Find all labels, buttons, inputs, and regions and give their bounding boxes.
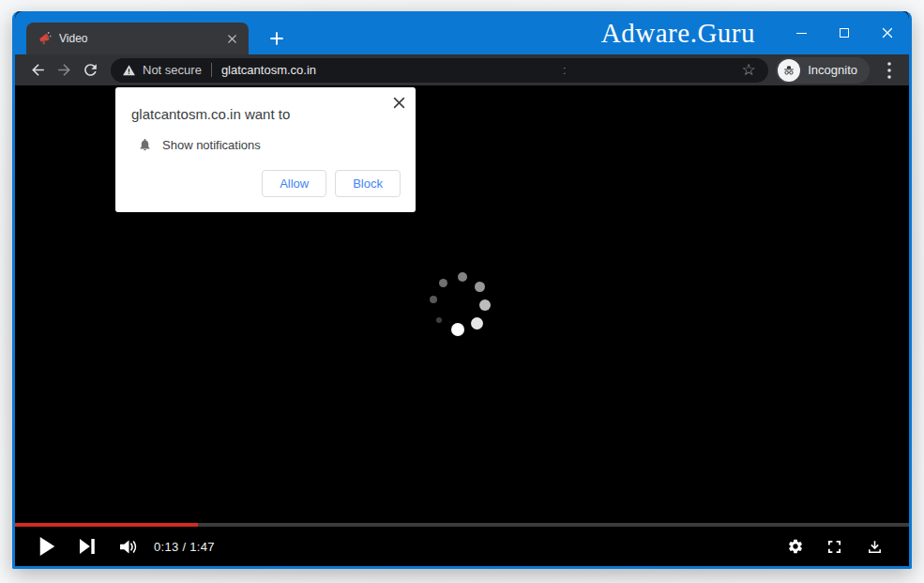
window-controls bbox=[780, 11, 909, 54]
incognito-label: Incognito bbox=[808, 63, 857, 77]
spinner-dot bbox=[471, 317, 483, 330]
notification-permission-dialog: glatcantosm.co.in want to Show notificat… bbox=[115, 87, 416, 212]
browser-menu-button[interactable] bbox=[877, 58, 901, 83]
back-icon bbox=[29, 61, 47, 79]
permission-label: Show notifications bbox=[162, 138, 261, 152]
time-display: 0:13 / 1:47 bbox=[154, 540, 215, 554]
warning-icon bbox=[122, 64, 136, 77]
bell-icon bbox=[138, 137, 152, 152]
settings-button[interactable] bbox=[787, 538, 804, 555]
close-icon bbox=[393, 97, 405, 109]
spinner-dot bbox=[458, 272, 467, 282]
spinner-dot bbox=[430, 296, 437, 303]
download-icon bbox=[867, 539, 883, 555]
allow-button[interactable]: Allow bbox=[262, 170, 326, 197]
incognito-badge: Incognito bbox=[776, 57, 870, 84]
tab-video[interactable]: Video bbox=[26, 23, 249, 54]
reload-button[interactable] bbox=[77, 57, 103, 84]
download-button[interactable] bbox=[867, 539, 883, 555]
settings-gear-icon bbox=[787, 538, 804, 555]
back-button[interactable] bbox=[24, 57, 51, 84]
bookmark-star-button[interactable]: ☆ bbox=[738, 60, 759, 81]
browser-toolbar: Not secure glatcantosm.co.in : ☆ Incogni… bbox=[15, 54, 909, 85]
address-bar[interactable]: Not secure glatcantosm.co.in : ☆ bbox=[111, 58, 768, 83]
play-icon bbox=[39, 537, 55, 556]
url-text: glatcantosm.co.in bbox=[221, 63, 316, 77]
plus-icon bbox=[270, 32, 283, 45]
spinner-dot bbox=[451, 323, 464, 336]
progress-fill bbox=[15, 523, 198, 527]
next-icon bbox=[80, 539, 95, 554]
minimize-icon bbox=[796, 33, 807, 34]
new-tab-button[interactable] bbox=[264, 25, 290, 52]
block-button[interactable]: Block bbox=[335, 170, 401, 197]
dialog-title: glatcantosm.co.in want to bbox=[131, 106, 401, 122]
window-close-button[interactable] bbox=[866, 11, 909, 54]
megaphone-favicon-icon bbox=[38, 31, 53, 46]
close-icon bbox=[882, 27, 893, 38]
titlebar: Video Adware.Guru bbox=[15, 11, 909, 54]
tab-close-icon[interactable] bbox=[224, 31, 239, 46]
volume-button[interactable] bbox=[119, 539, 139, 555]
video-player-controls: 0:13 / 1:47 bbox=[15, 523, 909, 566]
video-surface[interactable]: glatcantosm.co.in want to Show notificat… bbox=[15, 85, 909, 566]
omnibox-stray-colon: : bbox=[563, 64, 566, 77]
reload-icon bbox=[82, 61, 99, 79]
fullscreen-icon bbox=[826, 539, 842, 555]
next-button[interactable] bbox=[80, 539, 95, 554]
play-button[interactable] bbox=[39, 537, 55, 556]
forward-button[interactable] bbox=[51, 57, 77, 84]
browser-window: Video Adware.Guru bbox=[12, 11, 912, 569]
maximize-icon bbox=[840, 28, 849, 38]
spinner-dot bbox=[475, 282, 485, 292]
maximize-button[interactable] bbox=[823, 11, 866, 54]
menu-dots-icon bbox=[887, 62, 891, 79]
window-title: Adware.Guru bbox=[601, 11, 755, 54]
forward-icon bbox=[55, 61, 73, 79]
minimize-button[interactable] bbox=[780, 11, 823, 54]
incognito-icon bbox=[778, 59, 800, 82]
volume-icon bbox=[119, 539, 139, 555]
progress-bar[interactable] bbox=[15, 523, 909, 527]
dialog-close-button[interactable] bbox=[390, 94, 407, 111]
fullscreen-button[interactable] bbox=[826, 539, 842, 555]
omnibox-divider bbox=[211, 63, 212, 77]
star-icon: ☆ bbox=[742, 62, 756, 78]
spinner-dot bbox=[436, 317, 442, 323]
spinner-dot bbox=[479, 299, 491, 311]
security-status-label: Not secure bbox=[143, 63, 202, 77]
tab-title: Video bbox=[59, 32, 218, 45]
spinner-dot bbox=[439, 279, 447, 287]
